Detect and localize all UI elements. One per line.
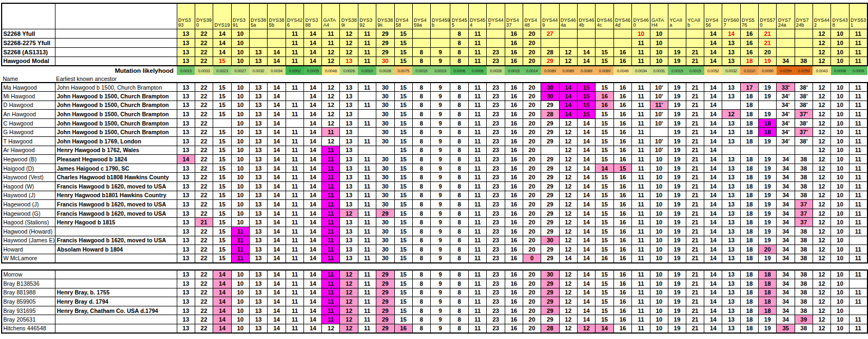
marker-cell[interactable]: 15 — [596, 315, 613, 324]
marker-cell[interactable]: 15 — [394, 209, 412, 218]
marker-cell[interactable]: 10 — [831, 191, 849, 200]
marker-cell[interactable]: 11 — [468, 245, 486, 254]
marker-cell[interactable]: 11 — [849, 200, 867, 209]
reference-marker-cell[interactable]: 15 — [596, 56, 613, 66]
marker-cell[interactable]: 16 — [613, 173, 631, 182]
mutation-rate-cell[interactable]: 0.0015 — [177, 66, 195, 75]
marker-cell[interactable]: 11 — [322, 288, 340, 297]
marker-cell[interactable]: 15 — [596, 279, 613, 288]
marker-cell[interactable]: 14 — [704, 182, 722, 191]
marker-cell[interactable]: 10 — [231, 146, 249, 155]
marker-cell[interactable]: 11 — [632, 92, 650, 101]
marker-cell[interactable]: 14 — [213, 270, 231, 279]
marker-cell[interactable]: 13 — [177, 288, 195, 297]
marker-cell[interactable]: 23 — [487, 146, 505, 155]
marker-cell[interactable]: 11 — [468, 315, 486, 324]
marker-cell[interactable]: 8 — [412, 101, 430, 110]
marker-cell[interactable]: 11 — [468, 288, 486, 297]
marker-cell[interactable]: 16 — [505, 164, 523, 173]
marker-header[interactable]: DYS45 5 — [450, 3, 468, 29]
marker-cell[interactable]: 16 — [505, 101, 523, 110]
reference-marker-cell[interactable]: 12 — [340, 47, 358, 56]
reference-marker-cell[interactable]: 14 — [268, 47, 286, 56]
reference-marker-cell[interactable]: 16 — [740, 47, 758, 56]
reference-marker-cell[interactable] — [777, 38, 795, 47]
marker-cell[interactable]: 10 — [650, 182, 668, 191]
marker-cell[interactable]: 10 — [231, 270, 249, 279]
marker-cell[interactable]: 22 — [195, 254, 213, 263]
marker-cell[interactable]: 16 — [613, 137, 631, 146]
reference-marker-cell[interactable]: 29 — [376, 38, 394, 47]
marker-cell[interactable]: 23 — [487, 164, 505, 173]
ancestor[interactable]: Henry Hagwood b1801 Hawkins Country — [55, 191, 177, 200]
marker-cell[interactable] — [849, 306, 867, 315]
marker-cell[interactable]: 11 — [632, 164, 650, 173]
marker-cell[interactable]: 10 — [231, 306, 249, 315]
kit-name[interactable]: Hitchens 446548 — [2, 324, 55, 333]
marker-cell[interactable]: 11 — [632, 270, 650, 279]
marker-cell[interactable]: 8 — [450, 270, 468, 279]
marker-cell[interactable]: 14 — [577, 297, 595, 306]
marker-header[interactable]: DYS46 4d — [613, 3, 631, 29]
marker-cell[interactable]: 11 — [358, 155, 376, 164]
marker-cell[interactable]: 15 — [394, 200, 412, 209]
marker-cell[interactable]: 11 — [358, 164, 376, 173]
kit-name[interactable]: C Hawgood — [2, 118, 55, 128]
marker-cell[interactable]: 16 — [613, 288, 631, 297]
marker-cell[interactable]: 35 — [777, 324, 795, 333]
marker-cell[interactable]: 11 — [322, 236, 340, 245]
marker-cell[interactable]: 14 — [268, 146, 286, 155]
marker-cell[interactable]: 20 — [523, 191, 541, 200]
marker-cell[interactable]: 11 — [632, 101, 650, 110]
marker-cell[interactable]: 13 — [340, 218, 358, 227]
kit-name[interactable]: Hagewood (G) — [2, 209, 55, 218]
marker-cell[interactable]: 22 — [195, 137, 213, 146]
reference-marker-cell[interactable]: 13 — [177, 56, 195, 66]
marker-cell[interactable]: 10 — [650, 324, 668, 333]
reference-marker-cell[interactable]: 11 — [632, 47, 650, 56]
marker-cell[interactable]: 11 — [286, 182, 303, 191]
reference-row-label[interactable]: S2268-2275 Yfull — [2, 38, 55, 47]
ancestor[interactable] — [55, 270, 177, 279]
marker-cell[interactable]: 11 — [322, 254, 340, 263]
marker-cell[interactable]: 22 — [195, 110, 213, 119]
marker-cell[interactable]: 21 — [686, 200, 704, 209]
marker-cell[interactable]: 8 — [412, 191, 430, 200]
marker-cell[interactable]: 16 — [505, 306, 523, 315]
marker-cell[interactable]: 34 — [777, 279, 795, 288]
marker-cell[interactable]: 19 — [668, 83, 686, 92]
marker-cell[interactable]: 15 — [596, 182, 613, 191]
marker-cell[interactable]: 14 — [577, 306, 595, 315]
reference-marker-cell[interactable] — [613, 38, 631, 47]
marker-cell[interactable]: 22 — [195, 128, 213, 137]
marker-cell[interactable]: 13 — [722, 306, 740, 315]
reference-marker-cell[interactable] — [412, 38, 430, 47]
ancestor[interactable]: Absolam Howard b 1804 — [55, 245, 177, 254]
marker-header[interactable]: DYS38 9i — [340, 3, 358, 29]
marker-cell[interactable]: 14 — [268, 173, 286, 182]
marker-cell[interactable]: 12 — [322, 83, 340, 92]
reference-marker-cell[interactable]: 13 — [722, 38, 740, 47]
reference-marker-cell[interactable]: 12 — [813, 47, 830, 56]
marker-cell[interactable]: 14 — [704, 254, 722, 263]
marker-cell[interactable]: 18 — [740, 218, 758, 227]
reference-marker-cell[interactable]: 13 — [722, 47, 740, 56]
marker-cell[interactable]: 15 — [613, 164, 631, 173]
marker-cell[interactable]: 21 — [686, 254, 704, 263]
marker-cell[interactable]: 10 — [831, 245, 849, 254]
mutation-rate-cell[interactable]: 0.0019 — [412, 66, 430, 75]
marker-cell[interactable]: 11 — [286, 279, 303, 288]
marker-cell[interactable]: 18 — [740, 270, 758, 279]
marker-cell[interactable]: 23 — [487, 297, 505, 306]
marker-cell[interactable]: 16 — [505, 315, 523, 324]
mutation-rate-cell[interactable]: 0.0023 — [213, 66, 231, 75]
mutation-rate-cell[interactable]: 0.0049 — [613, 66, 631, 75]
reference-marker-cell[interactable]: 15 — [596, 47, 613, 56]
marker-cell[interactable]: 18 — [740, 245, 758, 254]
marker-header[interactable]: DYS44 7 — [487, 3, 505, 29]
reference-marker-cell[interactable]: 11 — [632, 38, 650, 47]
marker-cell[interactable]: 34 — [777, 315, 795, 324]
marker-cell[interactable]: 15 — [596, 173, 613, 182]
marker-cell[interactable]: 13 — [340, 118, 358, 128]
marker-cell[interactable]: 19 — [668, 218, 686, 227]
